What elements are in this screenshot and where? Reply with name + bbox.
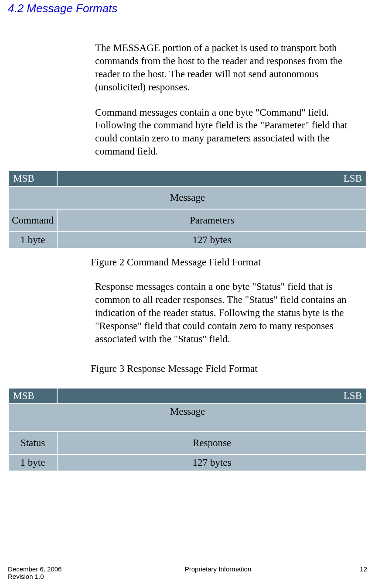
section-heading: 4.2 Message Formats bbox=[8, 2, 367, 15]
status-size-cell: 1 byte bbox=[9, 455, 57, 471]
paragraph-intro: The MESSAGE portion of a packet is used … bbox=[95, 41, 363, 94]
page-footer: December 6, 2006 Revision 1.0 Proprietar… bbox=[8, 565, 367, 580]
parameters-field-cell: Parameters bbox=[58, 210, 366, 231]
paragraph-command-desc: Command messages contain a one byte "Com… bbox=[95, 106, 363, 158]
command-field-cell: Command bbox=[9, 210, 57, 231]
message-cell: Message bbox=[9, 404, 366, 431]
footer-center: Proprietary Information bbox=[95, 565, 341, 573]
footer-date: December 6, 2006 bbox=[8, 565, 95, 573]
figure-2-caption: Figure 2 Command Message Field Format bbox=[91, 257, 367, 268]
command-size-cell: 1 byte bbox=[9, 232, 57, 248]
lsb-label: LSB bbox=[58, 389, 366, 403]
message-cell: Message bbox=[9, 187, 366, 209]
figure-3-caption: Figure 3 Response Message Field Format bbox=[91, 363, 367, 375]
command-message-table: MSB LSB Message Command Parameters 1 byt… bbox=[8, 170, 367, 249]
parameters-size-cell: 127 bytes bbox=[58, 232, 366, 248]
msb-label: MSB bbox=[9, 171, 57, 186]
response-field-cell: Response bbox=[58, 432, 366, 454]
msb-label: MSB bbox=[9, 389, 57, 403]
response-size-cell: 127 bytes bbox=[58, 455, 366, 471]
paragraph-response-desc: Response messages contain a one byte "St… bbox=[95, 280, 363, 345]
status-field-cell: Status bbox=[9, 432, 57, 454]
lsb-label: LSB bbox=[58, 171, 366, 186]
footer-revision: Revision 1.0 bbox=[8, 573, 95, 580]
response-message-table: MSB LSB Message Status Response 1 byte 1… bbox=[8, 388, 367, 471]
footer-page-number: 12 bbox=[341, 565, 367, 573]
